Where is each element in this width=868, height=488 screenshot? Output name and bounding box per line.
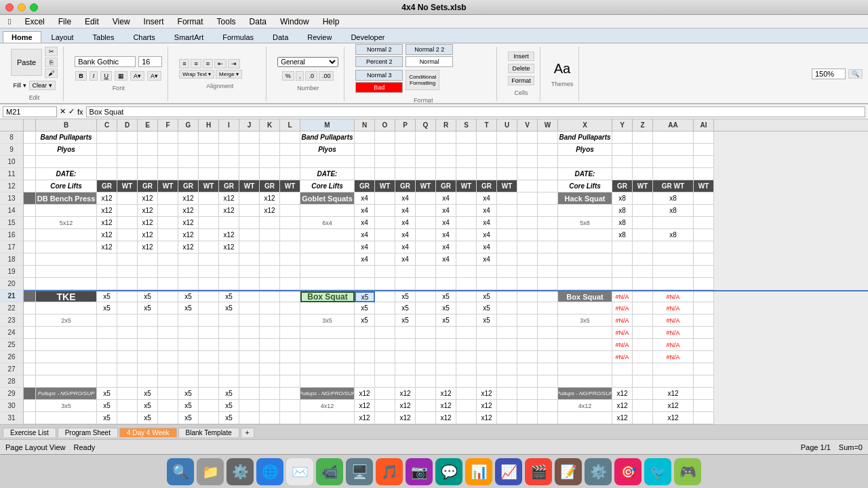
col-header-V[interactable]: V: [517, 119, 538, 131]
r8-z[interactable]: [633, 131, 653, 144]
r8-w[interactable]: [538, 131, 558, 144]
tab-formulas[interactable]: Formulas: [214, 31, 262, 43]
indent-less-button[interactable]: ⇤: [214, 59, 226, 68]
col-header-P[interactable]: P: [395, 119, 416, 131]
r8-i[interactable]: [219, 131, 239, 144]
col-header-G[interactable]: G: [178, 119, 199, 131]
dock-icon-5[interactable]: 📷: [406, 458, 433, 485]
bold-button[interactable]: B: [75, 71, 87, 81]
delete-cells-button[interactable]: Delete: [508, 64, 534, 73]
copy-button[interactable]: ⎘: [45, 58, 58, 67]
dock-facetime[interactable]: 📹: [316, 458, 343, 485]
decrease-decimal-button[interactable]: .00: [319, 71, 334, 81]
col-header-L[interactable]: L: [280, 119, 300, 131]
dock-icon-11[interactable]: 🎯: [614, 458, 642, 485]
font-color-button[interactable]: A▾: [147, 71, 161, 81]
col-header-B[interactable]: B: [36, 119, 97, 131]
dock-icon-6[interactable]: 💬: [435, 458, 462, 485]
r21-m-box-squat[interactable]: Box Squat: [300, 291, 355, 302]
r8-s[interactable]: [456, 131, 477, 144]
col-header-AI[interactable]: AI: [694, 119, 714, 131]
r13-m-goblet[interactable]: Goblet Squats: [300, 192, 355, 205]
cancel-formula-icon[interactable]: ✕: [60, 107, 66, 116]
col-header-Y[interactable]: Y: [612, 119, 633, 131]
col-header-O[interactable]: O: [375, 119, 395, 131]
r8-n[interactable]: [355, 131, 375, 144]
r8-c[interactable]: [97, 131, 117, 144]
dock-icon-1[interactable]: 📁: [197, 458, 224, 485]
menu-view[interactable]: View: [110, 17, 133, 26]
r8-f[interactable]: [158, 131, 178, 144]
col-header-H[interactable]: H: [199, 119, 219, 131]
tab-charts[interactable]: Charts: [124, 31, 163, 43]
border-button[interactable]: ▦: [115, 71, 127, 81]
merge-button[interactable]: Merge ▾: [216, 70, 242, 79]
r29-m-pullups[interactable]: Pullups - NG/PRO/SUP: [300, 388, 355, 400]
comma-button[interactable]: ,: [296, 71, 304, 81]
formula-input[interactable]: [86, 106, 865, 117]
paste-button[interactable]: Paste: [11, 49, 42, 76]
col-header-U[interactable]: U: [497, 119, 517, 131]
format-cells-button[interactable]: Format: [508, 76, 534, 85]
function-icon[interactable]: fx: [77, 108, 83, 116]
dock-icon-13[interactable]: 🎮: [674, 458, 701, 485]
cell-reference-input[interactable]: [3, 106, 57, 117]
tab-exercise-list[interactable]: Exercise List: [3, 428, 56, 437]
col-header-X[interactable]: X: [558, 119, 612, 131]
tab-developer[interactable]: Developer: [342, 31, 393, 43]
tab-smartart[interactable]: SmartArt: [165, 31, 212, 43]
r11-b-date[interactable]: DATE:: [36, 168, 97, 180]
r8-o[interactable]: [375, 131, 395, 144]
menu-tools[interactable]: Tools: [214, 17, 239, 26]
dock-icon-7[interactable]: 📊: [465, 458, 492, 485]
menu-help[interactable]: Help: [320, 17, 342, 26]
dock-icon-10[interactable]: ⚙️: [585, 458, 612, 485]
format-painter-button[interactable]: 🖌: [45, 68, 58, 78]
indent-more-button[interactable]: ⇥: [228, 59, 240, 68]
r11-m-date[interactable]: DATE:: [300, 168, 355, 180]
cut-button[interactable]: ✂: [45, 47, 58, 56]
r8-q[interactable]: [416, 131, 436, 144]
clear-button[interactable]: Clear ▾: [29, 81, 56, 90]
zoom-input[interactable]: [812, 68, 846, 79]
r29-x-pullups[interactable]: Pullups - NG/PRO/SUP: [558, 388, 612, 400]
r9-x[interactable]: Plyos: [558, 144, 612, 156]
maximize-button[interactable]: [30, 3, 38, 12]
col-header-Z[interactable]: Z: [633, 119, 653, 131]
zoom-button[interactable]: 🔍: [848, 69, 863, 79]
conditional-formatting-button[interactable]: ConditionalFormatting: [406, 70, 439, 90]
r13-x-hack-squat[interactable]: Hack Squat: [558, 192, 612, 205]
dock-icon-3[interactable]: 🖥️: [346, 458, 373, 485]
confirm-formula-icon[interactable]: ✓: [68, 107, 75, 116]
dock-mail[interactable]: ✉️: [286, 458, 313, 485]
tab-4-day-4-week[interactable]: 4 Day 4 Week: [119, 428, 177, 437]
dock-icon-4[interactable]: 🎵: [376, 458, 403, 485]
r8-k[interactable]: [260, 131, 280, 144]
dock-icon-12[interactable]: 🐦: [644, 458, 671, 485]
col-header-AA[interactable]: AA: [653, 119, 694, 131]
dock-icon-8[interactable]: 🎬: [525, 458, 552, 485]
view-page-layout[interactable]: Page Layout View: [5, 443, 65, 451]
insert-cells-button[interactable]: Insert: [508, 52, 534, 61]
italic-button[interactable]: I: [90, 71, 98, 81]
r8-ai[interactable]: [694, 131, 714, 144]
col-header-F[interactable]: F: [158, 119, 178, 131]
col-header-K[interactable]: K: [260, 119, 280, 131]
r21-x-box-squat2[interactable]: Box Squat: [558, 291, 612, 302]
tab-blank-template[interactable]: Blank Template: [178, 428, 239, 437]
r8-d[interactable]: [117, 131, 138, 144]
col-header-W[interactable]: W: [538, 119, 558, 131]
tab-layout[interactable]: Layout: [43, 31, 83, 43]
r8-m[interactable]: Band Pullaparts: [300, 131, 355, 144]
underline-button[interactable]: U: [100, 71, 112, 81]
add-sheet-button[interactable]: +: [241, 428, 254, 437]
dock-excel[interactable]: 📈: [495, 458, 522, 485]
number-format-select[interactable]: General Number Currency Percent: [277, 57, 338, 67]
r29-b-pullups[interactable]: Pullups - NG/PRO/SUP: [36, 388, 97, 400]
r8-t[interactable]: [477, 131, 497, 144]
dock-icon-2[interactable]: ⚙️: [226, 458, 254, 485]
close-button[interactable]: [5, 3, 14, 12]
col-header-T[interactable]: T: [477, 119, 497, 131]
r9-a[interactable]: [24, 144, 36, 156]
menu-format[interactable]: Format: [175, 17, 206, 26]
